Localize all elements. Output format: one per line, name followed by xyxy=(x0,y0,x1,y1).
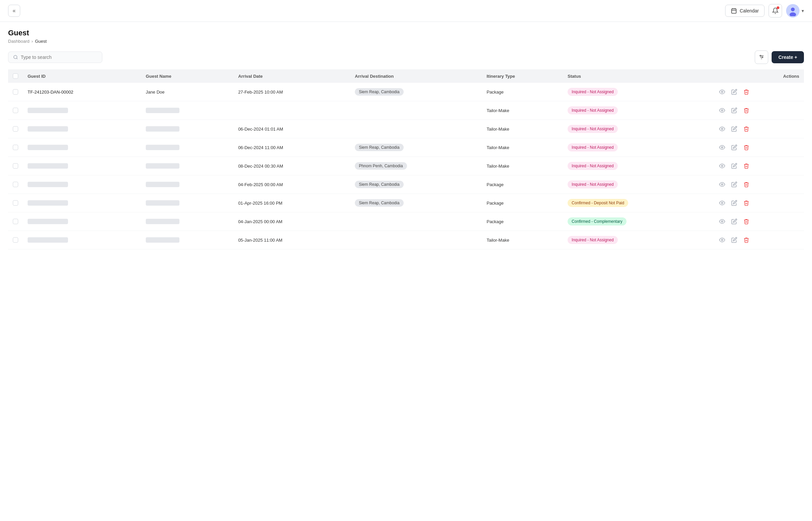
row-checkbox[interactable] xyxy=(13,163,18,168)
cell-guest-id xyxy=(23,231,141,249)
eye-icon xyxy=(719,126,725,132)
delete-button[interactable] xyxy=(742,143,751,152)
svg-point-16 xyxy=(721,128,723,130)
svg-point-15 xyxy=(721,110,723,111)
breadcrumb-home[interactable]: Dashboard xyxy=(8,39,30,44)
col-arrival-destination: Arrival Destination xyxy=(350,69,482,83)
cell-guest-name xyxy=(141,138,233,157)
delete-button[interactable] xyxy=(742,235,751,244)
view-button[interactable] xyxy=(718,143,726,152)
cell-guest-id: TF-241203-DAN-00002 xyxy=(23,83,141,101)
cell-actions xyxy=(713,231,804,249)
filter-icon xyxy=(759,54,765,60)
row-checkbox[interactable] xyxy=(13,89,18,95)
cell-guest-name xyxy=(141,157,233,175)
svg-point-13 xyxy=(762,57,763,58)
cell-actions xyxy=(713,101,804,120)
cell-guest-name xyxy=(141,120,233,138)
edit-button[interactable] xyxy=(730,180,739,189)
eye-icon xyxy=(719,200,725,206)
row-checkbox-cell xyxy=(8,231,23,249)
edit-button[interactable] xyxy=(730,217,739,226)
edit-button[interactable] xyxy=(730,106,739,115)
user-avatar-wrap[interactable]: ▾ xyxy=(786,4,804,18)
view-button[interactable] xyxy=(718,106,726,115)
view-button[interactable] xyxy=(718,199,726,207)
cell-arrival-date: 08-Dec-2024 00:30 AM xyxy=(233,157,350,175)
edit-button[interactable] xyxy=(730,88,739,96)
search-icon xyxy=(13,54,18,60)
row-checkbox[interactable] xyxy=(13,200,18,206)
svg-point-14 xyxy=(721,91,723,93)
cell-guest-name xyxy=(141,231,233,249)
row-checkbox[interactable] xyxy=(13,219,18,224)
header-left: « xyxy=(8,5,20,17)
edit-button[interactable] xyxy=(730,124,739,133)
cell-arrival-destination: Siem Reap, Cambodia xyxy=(350,138,482,157)
edit-button[interactable] xyxy=(730,199,739,207)
cell-actions xyxy=(713,120,804,138)
eye-icon xyxy=(719,219,725,225)
cell-guest-id xyxy=(23,157,141,175)
row-checkbox[interactable] xyxy=(13,145,18,150)
pencil-icon xyxy=(731,107,737,113)
cell-arrival-destination: Phnom Penh, Cambodia xyxy=(350,157,482,175)
delete-button[interactable] xyxy=(742,162,751,170)
edit-button[interactable] xyxy=(730,162,739,170)
row-checkbox[interactable] xyxy=(13,108,18,113)
create-button[interactable]: Create + xyxy=(772,51,804,63)
delete-button[interactable] xyxy=(742,199,751,207)
view-button[interactable] xyxy=(718,162,726,170)
row-checkbox-cell xyxy=(8,138,23,157)
row-checkbox[interactable] xyxy=(13,182,18,187)
cell-itinerary-type: Package xyxy=(482,212,563,231)
calendar-button[interactable]: Calendar xyxy=(725,5,765,17)
delete-button[interactable] xyxy=(742,88,751,96)
header-right: Calendar ▾ xyxy=(725,4,804,18)
cell-arrival-destination: Siem Reap, Cambodia xyxy=(350,83,482,101)
cell-status: Inquired - Not Assigned xyxy=(563,175,713,194)
table-row: 06-Dec-2024 01:01 AMTailor-MakeInquired … xyxy=(8,120,804,138)
breadcrumb-separator: › xyxy=(32,39,33,44)
search-input[interactable] xyxy=(21,54,97,60)
delete-button[interactable] xyxy=(742,124,751,133)
col-arrival-date: Arrival Date xyxy=(233,69,350,83)
search-container[interactable] xyxy=(8,51,102,63)
cell-guest-name: Jane Doe xyxy=(141,83,233,101)
collapse-sidebar-button[interactable]: « xyxy=(8,5,20,17)
view-button[interactable] xyxy=(718,124,726,133)
delete-button[interactable] xyxy=(742,217,751,226)
toolbar: Create + xyxy=(0,46,812,69)
view-button[interactable] xyxy=(718,88,726,96)
filter-button[interactable] xyxy=(755,50,768,64)
select-all-checkbox[interactable] xyxy=(13,73,18,79)
trash-icon xyxy=(743,200,749,206)
cell-itinerary-type: Tailor-Make xyxy=(482,157,563,175)
cell-status: Inquired - Not Assigned xyxy=(563,157,713,175)
table-body: TF-241203-DAN-00002Jane Doe27-Feb-2025 1… xyxy=(8,83,804,249)
view-button[interactable] xyxy=(718,235,726,244)
cell-arrival-destination: Siem Reap, Cambodia xyxy=(350,175,482,194)
svg-point-5 xyxy=(791,7,794,11)
notification-button[interactable] xyxy=(769,4,782,18)
delete-button[interactable] xyxy=(742,106,751,115)
trash-icon xyxy=(743,237,749,243)
pencil-icon xyxy=(731,237,737,243)
edit-button[interactable] xyxy=(730,143,739,152)
row-checkbox[interactable] xyxy=(13,237,18,243)
view-button[interactable] xyxy=(718,217,726,226)
cell-status: Inquired - Not Assigned xyxy=(563,120,713,138)
col-guest-id: Guest ID xyxy=(23,69,141,83)
view-button[interactable] xyxy=(718,180,726,189)
cell-itinerary-type: Package xyxy=(482,175,563,194)
svg-point-19 xyxy=(721,184,723,185)
eye-icon xyxy=(719,237,725,243)
cell-arrival-date: 01-Apr-2025 16:00 PM xyxy=(233,194,350,212)
pencil-icon xyxy=(731,89,737,95)
delete-button[interactable] xyxy=(742,180,751,189)
row-checkbox[interactable] xyxy=(13,126,18,132)
cell-guest-id xyxy=(23,138,141,157)
table-row: 04-Jan-2025 00:00 AMPackageConfirmed - C… xyxy=(8,212,804,231)
eye-icon xyxy=(719,107,725,113)
edit-button[interactable] xyxy=(730,235,739,244)
